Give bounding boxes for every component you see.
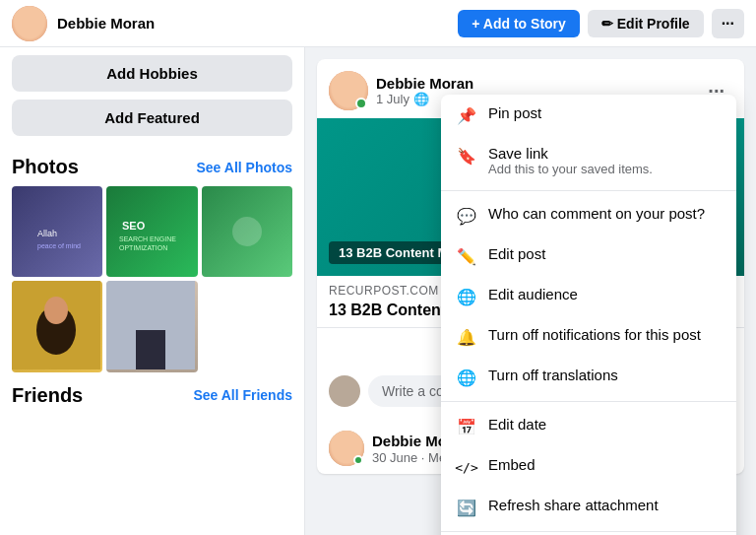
menu-label-who-comment: Who can comment on your post? [488, 205, 721, 222]
menu-item-edit-post[interactable]: ✏️ Edit post [441, 235, 736, 276]
menu-text-save-link: Save link Add this to your saved items. [488, 145, 721, 176]
translation-icon: 🌐 [457, 368, 476, 387]
add-to-story-button[interactable]: + Add to Story [458, 10, 580, 37]
post-username: Debbie Moran [376, 75, 473, 92]
header-username: Debbie Moran [57, 15, 458, 32]
photos-title: Photos [12, 156, 79, 178]
svg-point-8 [44, 297, 68, 324]
friends-title: Friends [12, 384, 83, 407]
comment-icon: 💬 [457, 206, 476, 226]
dropdown-menu: 📌 Pin post 🔖 Save link Add this to your … [441, 95, 736, 535]
audience-icon: 🌐 [457, 287, 476, 306]
bookmark-icon: 🔖 [457, 146, 476, 166]
see-all-photos-link[interactable]: See All Photos [196, 160, 292, 175]
header-actions: + Add to Story ✏ Edit Profile ··· [458, 9, 744, 38]
photo-thumb-1[interactable]: Allahpeace of mind [12, 186, 102, 277]
menu-text-pin: Pin post [488, 104, 721, 121]
edit-profile-button[interactable]: ✏ Edit Profile [588, 10, 704, 37]
menu-label-edit-date: Edit date [488, 416, 721, 433]
header: Debbie Moran + Add to Story ✏ Edit Profi… [0, 0, 756, 47]
online-indicator [355, 98, 367, 109]
calendar-icon: 📅 [457, 417, 476, 436]
more-options-button[interactable]: ··· [712, 9, 744, 38]
photos-section-header: Photos See All Photos [12, 156, 292, 178]
menu-label-refresh: Refresh share attachment [488, 497, 721, 513]
embed-icon: </> [457, 457, 476, 477]
menu-divider-3 [441, 531, 736, 532]
post2-username: Debbie Mo [372, 433, 447, 449]
svg-text:SEARCH ENGINE: SEARCH ENGINE [119, 235, 176, 242]
menu-text-edit-post: Edit post [488, 245, 721, 262]
sidebar: Add Hobbies Add Featured Photos See All … [0, 47, 305, 535]
photo-thumb-2[interactable]: SEOSEARCH ENGINEOPTIMIZATION [106, 186, 197, 277]
menu-text-edit-audience: Edit audience [488, 286, 721, 302]
menu-item-turn-off-translation[interactable]: 🌐 Turn off translations [441, 357, 736, 397]
post-image-overlay: 13 B2B Content M [329, 241, 458, 264]
post2-avatar [329, 431, 364, 466]
menu-divider-2 [441, 401, 736, 402]
menu-text-who-comment: Who can comment on your post? [488, 205, 721, 222]
menu-label-save-link: Save link [488, 145, 721, 162]
pin-icon: 📌 [457, 105, 476, 125]
main-content: Add Hobbies Add Featured Photos See All … [0, 47, 756, 535]
menu-text-turn-off-translation: Turn off translations [488, 367, 721, 383]
svg-point-5 [232, 217, 262, 246]
menu-label-edit-audience: Edit audience [488, 286, 721, 302]
post2-online-indicator [353, 455, 363, 465]
menu-text-embed: Embed [488, 456, 721, 473]
menu-label-turn-off-notif: Turn off notifications for this post [488, 326, 721, 343]
see-all-friends-link[interactable]: See All Friends [193, 387, 292, 403]
post-globe-icon: 🌐 [413, 92, 429, 106]
photo-thumb-4[interactable] [12, 281, 102, 371]
photo-thumb-5[interactable] [106, 281, 197, 371]
menu-text-refresh: Refresh share attachment [488, 497, 721, 513]
menu-text-turn-off-notif: Turn off notifications for this post [488, 326, 721, 343]
header-avatar [12, 6, 47, 41]
post-avatar [329, 71, 368, 110]
svg-text:peace of mind: peace of mind [37, 242, 81, 250]
svg-text:Allah: Allah [37, 229, 57, 238]
content-area: Debbie Moran 1 July 🌐 ··· 13 B2B Content… [305, 47, 756, 535]
menu-label-embed: Embed [488, 456, 721, 473]
menu-item-edit-date[interactable]: 📅 Edit date [441, 406, 736, 446]
menu-item-refresh[interactable]: 🔄 Refresh share attachment [441, 487, 736, 527]
menu-item-embed[interactable]: </> Embed [441, 446, 736, 487]
menu-divider-1 [441, 190, 736, 191]
add-hobbies-button[interactable]: Add Hobbies [12, 55, 292, 92]
menu-text-edit-date: Edit date [488, 416, 721, 433]
photos-grid: Allahpeace of mind SEOSEARCH ENGINEOPTIM… [12, 186, 292, 372]
menu-sublabel-save-link: Add this to your saved items. [488, 162, 721, 176]
menu-label-edit-post: Edit post [488, 245, 721, 262]
menu-item-turn-off-notif[interactable]: 🔔 Turn off notifications for this post [441, 316, 736, 357]
menu-item-pin[interactable]: 📌 Pin post [441, 95, 736, 135]
menu-item-edit-audience[interactable]: 🌐 Edit audience [441, 276, 736, 316]
friends-section-header: Friends See All Friends [12, 384, 292, 407]
menu-label-pin: Pin post [488, 104, 721, 121]
menu-item-save-link[interactable]: 🔖 Save link Add this to your saved items… [441, 135, 736, 186]
add-featured-button[interactable]: Add Featured [12, 100, 292, 136]
svg-text:OPTIMIZATION: OPTIMIZATION [119, 244, 167, 251]
svg-text:SEO: SEO [122, 220, 146, 232]
edit-icon: ✏️ [457, 246, 476, 266]
svg-rect-10 [136, 330, 165, 369]
photo-thumb-3[interactable] [202, 186, 292, 277]
refresh-icon: 🔄 [457, 498, 476, 517]
menu-item-who-comment[interactable]: 💬 Who can comment on your post? [441, 195, 736, 235]
comment-avatar [329, 375, 360, 407]
menu-label-turn-off-translation: Turn off translations [488, 367, 721, 383]
notification-off-icon: 🔔 [457, 327, 476, 347]
post-date: 1 July [376, 92, 410, 106]
